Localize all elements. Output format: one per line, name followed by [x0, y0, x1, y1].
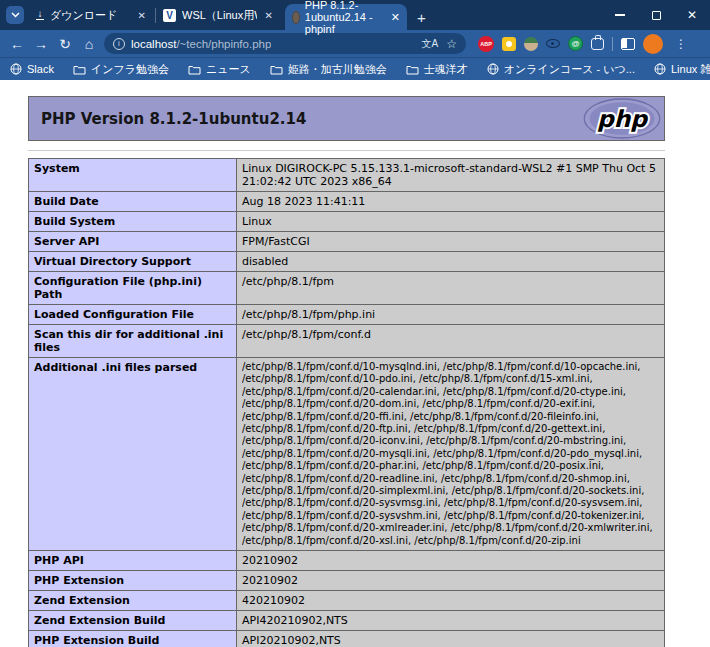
bookmark-label: オンラインコース - いつ... [504, 62, 635, 77]
table-row: Zend Extension420210902 [29, 591, 665, 611]
wsl-favicon: V [163, 9, 176, 22]
ini-file-line: /etc/php/8.1/fpm/conf.d/20-readline.ini,… [242, 473, 659, 485]
url-text[interactable]: localhost/~tech/phpinfo.php [131, 38, 271, 50]
row-label: Virtual Directory Support [29, 252, 237, 272]
reload-button[interactable]: ↻ [53, 36, 77, 52]
bookmark-online-course[interactable]: オンラインコース - いつ... [487, 62, 635, 77]
face-extension-icon[interactable] [524, 37, 538, 51]
globe-icon [654, 63, 666, 75]
php-logo: php php [583, 98, 661, 139]
close-tab-icon[interactable]: ✕ [263, 10, 275, 21]
svg-text:php: php [597, 105, 649, 133]
home-button[interactable]: ⌂ [77, 36, 101, 52]
bookmark-star-icon[interactable]: ☆ [446, 37, 457, 51]
green-extension-icon[interactable]: @ [568, 36, 583, 51]
close-icon: ✕ [687, 8, 697, 22]
url-host: localhost [131, 38, 176, 50]
row-value: /etc/php/8.1/fpm/conf.d [237, 325, 665, 358]
table-row: Build DateAug 18 2023 11:41:11 [29, 192, 665, 212]
row-value: /etc/php/8.1/fpm/php.ini [237, 305, 665, 325]
bookmark-label: 士魂洋才 [424, 62, 468, 77]
profile-avatar[interactable] [643, 34, 663, 54]
tab-title: WSL（Linux用Windowsサブシス [182, 8, 257, 23]
ini-file-line: /etc/php/8.1/fpm/conf.d/10-pdo.ini, /etc… [242, 373, 659, 385]
maximize-icon [652, 11, 661, 20]
tab-wsl[interactable]: V WSL（Linux用Windowsサブシス ✕ [156, 0, 282, 30]
ini-file-line: /etc/php/8.1/fpm/conf.d/20-sysvmsg.ini, … [242, 497, 659, 509]
table-row: Virtual Directory Supportdisabled [29, 252, 665, 272]
bookmark-folder-shikon[interactable]: 士魂洋才 [406, 62, 468, 77]
bookmark-slack[interactable]: Slack [10, 63, 54, 75]
folder-icon [270, 64, 283, 75]
row-value: disabled [237, 252, 665, 272]
minimize-button[interactable] [602, 0, 638, 30]
table-row: PHP Extension BuildAPI20210902,NTS [29, 631, 665, 647]
tab-title: PHP 8.1.2-1ubuntu2.14 - phpinf [305, 0, 386, 35]
address-bar[interactable]: i localhost/~tech/phpinfo.php 文A ☆ [104, 33, 466, 54]
ini-file-line: /etc/php/8.1/fpm/conf.d/20-iconv.ini, /e… [242, 435, 659, 447]
ini-file-line: /etc/php/8.1/fpm/conf.d/20-phar.ini, /et… [242, 460, 659, 472]
table-row: Server APIFPM/FastCGI [29, 232, 665, 252]
eye-extension-icon[interactable] [546, 39, 560, 48]
folder-icon [406, 64, 419, 75]
browser-menu-icon[interactable]: ⋮ [671, 37, 691, 51]
row-value: FPM/FastCGI [237, 232, 665, 252]
table-row: Configuration File (php.ini) Path/etc/ph… [29, 272, 665, 305]
row-label: Build Date [29, 192, 237, 212]
row-label: Server API [29, 232, 237, 252]
yellow-extension-icon[interactable] [502, 37, 516, 51]
bookmarks-bar: Slack インフラ勉強会 ニュース 姫路・加古川勉強会 士魂洋才 オンラインコ… [0, 57, 710, 80]
bookmark-folder-infra[interactable]: インフラ勉強会 [73, 62, 169, 77]
bookmark-label: Slack [27, 63, 54, 75]
row-value: 20210902 [237, 571, 665, 591]
bookmark-folder-news[interactable]: ニュース [188, 62, 251, 77]
bookmark-label: 姫路・加古川勉強会 [288, 62, 387, 77]
phpinfo-header: PHP Version 8.1.2-1ubuntu2.14 php php [28, 96, 665, 141]
row-value: API420210902,NTS [237, 611, 665, 631]
table-row: SystemLinux DIGIROCK-PC 5.15.133.1-micro… [29, 159, 665, 192]
page-title: PHP Version 8.1.2-1ubuntu2.14 [41, 110, 306, 128]
adblock-extension-icon[interactable]: ABP [478, 36, 494, 52]
row-value: 420210902 [237, 591, 665, 611]
phpinfo-page: PHP Version 8.1.2-1ubuntu2.14 php php Sy… [0, 80, 710, 647]
table-row: PHP Extension20210902 [29, 571, 665, 591]
phpinfo-table: SystemLinux DIGIROCK-PC 5.15.133.1-micro… [28, 158, 665, 647]
site-info-icon[interactable]: i [113, 38, 125, 50]
close-tab-icon[interactable]: ✕ [136, 10, 148, 21]
row-value: Linux [237, 212, 665, 232]
row-label: Configuration File (php.ini) Path [29, 272, 237, 305]
ini-file-line: /etc/php/8.1/fpm/conf.d/20-sysvshm.ini, … [242, 510, 659, 522]
extensions-row: ABP @ ⋮ [478, 34, 691, 54]
tab-phpinfo-active[interactable]: PHP 8.1.2-1ubuntu2.14 - phpinf ✕ [285, 4, 407, 30]
side-panel-icon[interactable] [621, 38, 635, 50]
ini-file-line: /etc/php/8.1/fpm/conf.d/20-mysqli.ini, /… [242, 448, 659, 460]
ini-file-line: /etc/php/8.1/fpm/conf.d/20-dom.ini, /etc… [242, 398, 659, 410]
download-icon: ↓ [36, 10, 44, 21]
maximize-button[interactable] [638, 0, 674, 30]
row-label: Zend Extension [29, 591, 237, 611]
table-row: PHP API20210902 [29, 551, 665, 571]
row-label: Zend Extension Build [29, 611, 237, 631]
toolbar-separator [612, 37, 613, 51]
bookmark-label: Linux 雑誌検索システム [671, 62, 710, 77]
close-window-button[interactable]: ✕ [674, 0, 710, 30]
back-button[interactable]: ← [5, 36, 29, 52]
chevron-down-icon [11, 12, 20, 18]
row-label: PHP Extension Build [29, 631, 237, 647]
tab-search-button[interactable] [6, 6, 24, 24]
table-row: Scan this dir for additional .ini files/… [29, 325, 665, 358]
close-tab-icon[interactable]: ✕ [391, 11, 400, 24]
table-row-ini-files: Additional .ini files parsed /etc/php/8.… [29, 358, 665, 551]
folder-icon [73, 64, 86, 75]
translate-icon[interactable]: 文A [422, 37, 439, 51]
tab-downloads[interactable]: ↓ ダウンロード ✕ [29, 0, 155, 30]
row-label: PHP Extension [29, 571, 237, 591]
row-value: Linux DIGIROCK-PC 5.15.133.1-microsoft-s… [237, 159, 665, 192]
bookmark-linux-search[interactable]: Linux 雑誌検索システム [654, 62, 710, 77]
new-tab-button[interactable]: + [407, 9, 436, 30]
table-row: Build SystemLinux [29, 212, 665, 232]
row-label: PHP API [29, 551, 237, 571]
forward-button[interactable]: → [29, 36, 53, 52]
extensions-icon[interactable] [591, 38, 604, 50]
bookmark-folder-himeji[interactable]: 姫路・加古川勉強会 [270, 62, 387, 77]
